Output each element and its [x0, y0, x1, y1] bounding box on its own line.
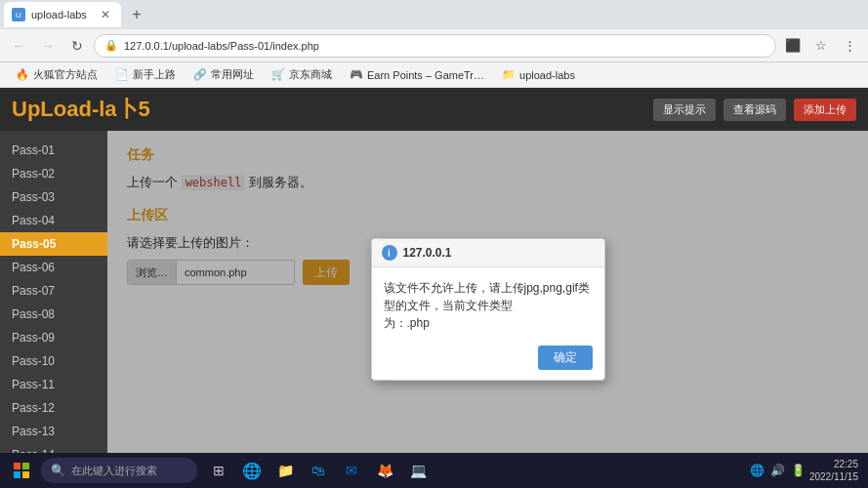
- clock-date: 2022/11/15: [809, 470, 858, 483]
- taskbar-icon-firefox[interactable]: 🦊: [369, 456, 400, 485]
- taskbar-icon-group: ⊞ 🌐 📁 🛍 ✉ 🦊 💻: [203, 456, 434, 485]
- sidebar-item-pass11[interactable]: Pass-11: [0, 373, 107, 396]
- start-button[interactable]: [4, 456, 39, 485]
- page-content: UpLoad-la卜5 显示提示 查看源码 添加上传 Pass-01Pass-0…: [0, 88, 868, 488]
- sidebar-item-pass01[interactable]: Pass-01: [0, 139, 107, 162]
- bookmarks-bar: 🔥 火狐官方站点 📄 新手上路 🔗 常用网址 🛒 京东商城 🎮 Earn Poi…: [0, 62, 868, 88]
- tab-close-button[interactable]: ✕: [98, 7, 113, 22]
- bookmark-favicon-2: 🔗: [193, 68, 207, 81]
- taskbar-right: 🌐 🔊 🔋 22:25 2022/11/15: [750, 458, 864, 483]
- sidebar-item-pass13[interactable]: Pass-13: [0, 420, 107, 443]
- bookmark-0[interactable]: 🔥 火狐官方站点: [8, 65, 105, 84]
- bookmark-favicon-5: 📁: [502, 68, 516, 81]
- header-buttons: 显示提示 查看源码 添加上传: [653, 99, 856, 121]
- view-source-button[interactable]: 查看源码: [723, 99, 786, 121]
- dialog-info-icon: i: [382, 245, 397, 261]
- secure-icon: 🔒: [104, 39, 118, 52]
- star-button[interactable]: ☆: [808, 33, 834, 59]
- battery-icon[interactable]: 🔋: [791, 464, 806, 477]
- sidebar-item-pass08[interactable]: Pass-08: [0, 303, 107, 326]
- svg-rect-1: [22, 463, 29, 469]
- forward-button[interactable]: →: [35, 33, 61, 59]
- bookmark-1[interactable]: 📄 新手上路: [107, 65, 184, 84]
- bookmark-4[interactable]: 🎮 Earn Points – GameTr…: [342, 66, 492, 83]
- main-content: 任务 上传一个 webshell 到服务器。 上传区 请选择要上传的图片： 浏览…: [107, 131, 868, 488]
- taskbar-icon-edge[interactable]: 🌐: [236, 456, 268, 485]
- new-tab-button[interactable]: +: [125, 3, 148, 26]
- browser-chrome: U upload-labs ✕ + ← → ↻ 🔒 127.0.0.1/uplo…: [0, 0, 868, 88]
- taskbar-icon-multiview[interactable]: ⊞: [203, 456, 234, 485]
- taskbar-icon-store[interactable]: 🛍: [303, 456, 334, 485]
- bookmark-5[interactable]: 📁 upload-labs: [494, 66, 583, 83]
- taskbar-icon-mail[interactable]: ✉: [336, 456, 367, 485]
- extensions-button[interactable]: ⬛: [780, 33, 806, 59]
- dialog-ok-button[interactable]: 确定: [538, 346, 593, 370]
- show-hint-button[interactable]: 显示提示: [653, 99, 716, 121]
- dialog-header: i 127.0.0.1: [372, 239, 604, 267]
- sidebar-item-pass12[interactable]: Pass-12: [0, 396, 107, 420]
- tab-favicon: U: [12, 8, 25, 21]
- add-upload-button[interactable]: 添加上传: [794, 99, 856, 121]
- dialog-overlay: i 127.0.0.1 该文件不允许上传，请上传jpg,png,gif类型的文件…: [107, 131, 868, 488]
- svg-rect-3: [22, 471, 29, 478]
- sidebar-item-pass02[interactable]: Pass-02: [0, 162, 107, 185]
- dialog-body: 该文件不允许上传，请上传jpg,png,gif类型的文件，当前文件类型 为：.p…: [372, 267, 604, 340]
- bookmark-favicon-3: 🛒: [271, 68, 285, 81]
- sidebar-item-pass06[interactable]: Pass-06: [0, 256, 107, 279]
- dialog-message-line1: 该文件不允许上传，请上传jpg,png,gif类型的文件，当前文件类型: [384, 281, 590, 312]
- menu-button[interactable]: ⋮: [837, 33, 862, 59]
- sidebar-item-pass04[interactable]: Pass-04: [0, 209, 107, 232]
- clock-time: 22:25: [809, 458, 858, 470]
- dialog-footer: 确定: [372, 340, 604, 380]
- bookmark-favicon-0: 🔥: [16, 68, 29, 81]
- site-logo: UpLoad-la卜5: [12, 95, 150, 124]
- active-tab[interactable]: U upload-labs ✕: [4, 2, 121, 27]
- dialog-title: 127.0.0.1: [403, 246, 452, 260]
- toolbar-right: ⬛ ☆ ⋮: [780, 33, 862, 59]
- bookmark-3[interactable]: 🛒 京东商城: [264, 65, 340, 84]
- network-icon[interactable]: 🌐: [750, 464, 765, 477]
- taskbar-icon-explorer[interactable]: 📁: [269, 456, 301, 485]
- taskbar-sys-icons: 🌐 🔊 🔋: [750, 464, 806, 477]
- sidebar-item-pass10[interactable]: Pass-10: [0, 349, 107, 373]
- address-text: 127.0.0.1/upload-labs/Pass-01/index.php: [124, 40, 319, 52]
- taskbar-icon-phpstorm[interactable]: 💻: [402, 456, 434, 485]
- sidebar: Pass-01Pass-02Pass-03Pass-04Pass-05Pass-…: [0, 131, 107, 488]
- refresh-button[interactable]: ↻: [64, 33, 90, 59]
- taskbar-search-bar[interactable]: 🔍 在此键入进行搜索: [41, 458, 197, 483]
- taskbar: 🔍 在此键入进行搜索 ⊞ 🌐 📁 🛍 ✉ 🦊 💻 🌐 🔊 🔋: [0, 453, 868, 488]
- sidebar-item-pass07[interactable]: Pass-07: [0, 279, 107, 303]
- address-bar[interactable]: 🔒 127.0.0.1/upload-labs/Pass-01/index.ph…: [94, 34, 776, 58]
- svg-rect-0: [14, 463, 21, 469]
- dialog-message-line2: 为：.php: [384, 316, 430, 330]
- taskbar-search-icon: 🔍: [51, 464, 65, 477]
- alert-dialog: i 127.0.0.1 该文件不允许上传，请上传jpg,png,gif类型的文件…: [371, 238, 605, 381]
- site-header: UpLoad-la卜5 显示提示 查看源码 添加上传: [0, 88, 868, 131]
- browser-toolbar: ← → ↻ 🔒 127.0.0.1/upload-labs/Pass-01/in…: [0, 29, 868, 62]
- sidebar-item-pass05[interactable]: Pass-05: [0, 232, 107, 256]
- main-layout: Pass-01Pass-02Pass-03Pass-04Pass-05Pass-…: [0, 131, 868, 488]
- bookmark-favicon-4: 🎮: [350, 68, 363, 81]
- sidebar-item-pass09[interactable]: Pass-09: [0, 326, 107, 349]
- taskbar-time[interactable]: 22:25 2022/11/15: [809, 458, 858, 483]
- bookmark-2[interactable]: 🔗 常用网址: [186, 65, 262, 84]
- tab-title: upload-labs: [31, 9, 92, 20]
- browser-tabs: U upload-labs ✕ +: [0, 0, 868, 29]
- sound-icon[interactable]: 🔊: [770, 464, 785, 477]
- svg-rect-2: [14, 471, 21, 478]
- sidebar-item-pass03[interactable]: Pass-03: [0, 185, 107, 209]
- bookmark-favicon-1: 📄: [115, 68, 129, 81]
- back-button[interactable]: ←: [6, 33, 31, 59]
- taskbar-search-text: 在此键入进行搜索: [71, 464, 157, 478]
